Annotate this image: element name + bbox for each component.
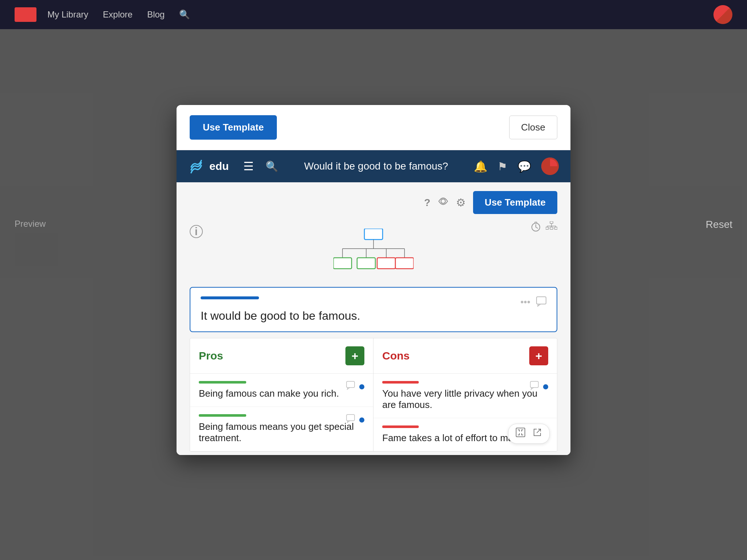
nav-logo-text: edu	[209, 160, 229, 172]
svg-line-30	[537, 429, 541, 433]
pro-item-1-text: Being famous can make you rich.	[199, 388, 364, 399]
svg-rect-27	[530, 381, 538, 388]
pro-2-dot	[359, 417, 364, 423]
svg-rect-22	[377, 258, 395, 269]
expand-actions-panel	[508, 424, 550, 444]
svg-rect-3	[535, 222, 537, 223]
pros-column: Pros +	[190, 338, 374, 451]
con-1-dot	[543, 384, 548, 389]
content-toolbar: ? ⚙ Use Template	[190, 191, 557, 214]
cons-label: Cons	[382, 350, 410, 362]
nav-icon-group: 🔔 ⚑ 💬	[474, 158, 559, 175]
preview-icon[interactable]	[438, 196, 449, 209]
flag-icon[interactable]: ⚑	[498, 160, 507, 173]
con-item-1-bar	[382, 381, 419, 384]
pros-label: Pros	[199, 350, 223, 362]
diagram-tools	[530, 221, 557, 235]
svg-point-1	[441, 199, 445, 203]
cons-header: Cons +	[374, 338, 557, 374]
diagram-area: i	[190, 221, 557, 287]
network-icon[interactable]	[546, 221, 557, 235]
pro-1-comment-icon[interactable]	[346, 381, 355, 392]
timer-icon[interactable]	[530, 221, 541, 235]
pro-2-comment-icon[interactable]	[346, 414, 355, 425]
nav-search-icon[interactable]: 🔍	[266, 160, 278, 172]
info-icon[interactable]: i	[190, 225, 203, 238]
chat-icon[interactable]	[536, 296, 546, 309]
claim-label-bar	[201, 296, 259, 299]
add-con-button[interactable]: +	[529, 346, 548, 365]
pro-item-2-text: Being famous means you get special treat…	[199, 421, 364, 444]
svg-rect-25	[347, 381, 355, 388]
svg-rect-24	[537, 297, 546, 304]
con-item-1-icons	[530, 381, 548, 392]
modal-main-content: ? ⚙ Use Template i	[177, 182, 570, 455]
nav-logo-icon	[188, 158, 204, 174]
help-icon[interactable]: ?	[424, 197, 430, 209]
cons-column: Cons +	[374, 338, 557, 451]
svg-rect-29	[516, 428, 525, 437]
svg-rect-7	[554, 227, 557, 229]
pro-item-2: Being famous means you get special treat…	[190, 407, 373, 451]
svg-rect-20	[333, 258, 352, 269]
svg-rect-26	[347, 415, 355, 421]
pro-item-1-bar	[199, 381, 246, 384]
pro-item-2-bar	[199, 414, 246, 417]
svg-rect-5	[546, 227, 549, 229]
con-item-2-bar	[382, 425, 419, 428]
con-1-comment-icon[interactable]	[530, 381, 539, 392]
close-button[interactable]: Close	[509, 116, 557, 139]
con-item-2: Fame takes a lot of effort to maintain.	[374, 418, 557, 451]
svg-rect-23	[395, 258, 414, 269]
svg-rect-6	[550, 227, 553, 229]
expand-icon[interactable]	[516, 428, 525, 440]
avatar	[541, 158, 559, 175]
main-claim-text: It would be good to be famous.	[201, 309, 546, 323]
con-item-1: You have very little privacy when you ar…	[374, 374, 557, 418]
pro-1-dot	[359, 384, 364, 389]
nav-logo: edu	[188, 158, 229, 174]
add-pro-button[interactable]: +	[345, 346, 364, 365]
pros-cons-grid: Pros +	[190, 338, 557, 452]
svg-rect-21	[357, 258, 375, 269]
comment-icon[interactable]: 💬	[518, 160, 531, 173]
nav-title: Would it be good to be famous?	[287, 160, 465, 172]
use-template-content-button[interactable]: Use Template	[473, 191, 557, 214]
modal-container: Use Template Close edu ☰ 🔍 Would it be g…	[177, 105, 570, 455]
pro-item-1: Being famous can make you rich.	[190, 374, 373, 407]
use-template-top-button[interactable]: Use Template	[190, 115, 277, 140]
modal-topbar: Use Template Close	[177, 105, 570, 150]
org-chart-svg	[333, 229, 414, 276]
hamburger-icon[interactable]: ☰	[243, 159, 254, 173]
external-link-icon[interactable]	[533, 428, 542, 440]
svg-rect-4	[550, 221, 553, 223]
more-options-icon[interactable]: •••	[520, 296, 530, 309]
bell-icon[interactable]: 🔔	[474, 160, 487, 173]
settings-icon[interactable]: ⚙	[456, 196, 466, 209]
pro-item-1-icons	[346, 381, 364, 392]
main-claim-card: ••• It would be good to be famous.	[190, 287, 557, 332]
pro-item-2-icons	[346, 414, 364, 425]
con-item-1-text: You have very little privacy when you ar…	[382, 388, 548, 411]
pros-header: Pros +	[190, 338, 373, 374]
svg-rect-13	[364, 229, 383, 240]
app-navbar: edu ☰ 🔍 Would it be good to be famous? 🔔…	[177, 150, 570, 182]
